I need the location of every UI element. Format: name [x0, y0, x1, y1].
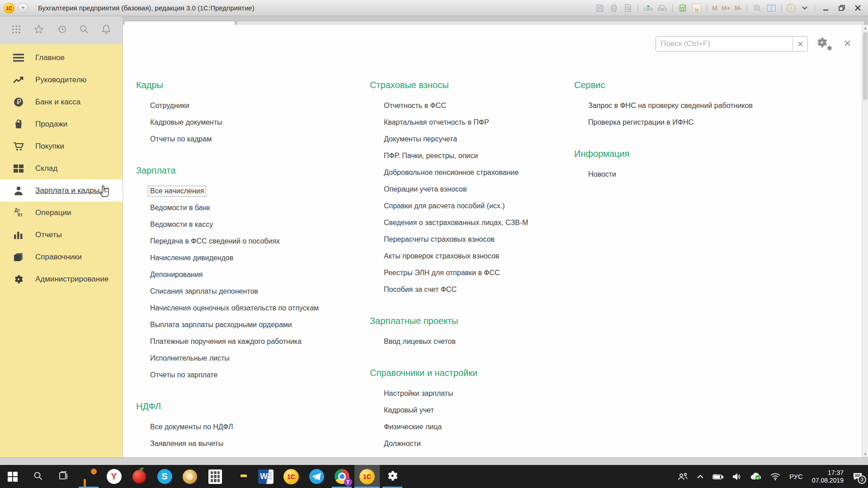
taskbar-search-button[interactable]: [25, 465, 51, 488]
1c-app[interactable]: 1С: [278, 465, 304, 488]
sidebar-item[interactable]: ДтКтОперации: [0, 202, 123, 224]
volume-icon[interactable]: [732, 473, 741, 480]
print-icon[interactable]: [609, 3, 619, 13]
taskbar-clock[interactable]: 17:37 07.08.2019: [812, 469, 844, 484]
horizontal-scrollbar[interactable]: [0, 457, 868, 465]
apps-grid-icon[interactable]: [12, 25, 21, 36]
section-link[interactable]: Документы персучета: [384, 135, 457, 143]
section-link[interactable]: Ведомости в банк: [150, 204, 210, 212]
skype-app[interactable]: S: [152, 465, 177, 488]
telegram-app[interactable]: [304, 465, 329, 488]
language-indicator[interactable]: РУС: [789, 473, 803, 480]
memory-m-plus-button[interactable]: M+: [722, 5, 731, 12]
section-link[interactable]: Добровольное пенсионное страхование: [384, 169, 519, 177]
notifications-bell-icon[interactable]: [102, 24, 111, 36]
section-link[interactable]: Ввод лицевых счетов: [384, 338, 456, 346]
sidebar-item[interactable]: Руководителю: [0, 69, 123, 91]
section-link[interactable]: Проверка регистрации в ИФНС: [588, 118, 693, 127]
section-link[interactable]: Операции учета взносов: [384, 185, 467, 193]
section-link[interactable]: Физические лица: [384, 423, 442, 431]
section-link[interactable]: Отчеты по кадрам: [150, 135, 212, 143]
sidebar-item[interactable]: Главное: [0, 47, 123, 69]
section-link[interactable]: Справки для расчета пособий (исх.): [384, 202, 505, 210]
open-link-icon[interactable]: [657, 3, 667, 13]
section-link[interactable]: Все начисления: [148, 186, 206, 196]
info-icon[interactable]: i: [787, 4, 796, 13]
open-tab[interactable]: [124, 21, 235, 25]
memory-m-minus-button[interactable]: M-: [735, 5, 742, 12]
add-link-icon[interactable]: [643, 3, 653, 13]
people-icon[interactable]: [678, 473, 688, 481]
yandex-browser-app[interactable]: Y: [101, 465, 127, 488]
clock-app[interactable]: [177, 465, 203, 488]
calculator-app[interactable]: [203, 465, 228, 488]
split-window-icon[interactable]: [766, 3, 776, 13]
word-app[interactable]: W: [253, 465, 278, 488]
print-preview-icon[interactable]: [623, 3, 633, 13]
start-button[interactable]: [0, 465, 25, 488]
global-search-icon[interactable]: [80, 25, 89, 36]
1c-app-2[interactable]: 1С: [354, 465, 380, 488]
section-link[interactable]: Все документы по НДФЛ: [150, 423, 233, 431]
section-link[interactable]: Сотрудники: [150, 102, 189, 110]
section-link[interactable]: Запрос в ФНС на проверку сведений работн…: [588, 102, 753, 110]
calculator-icon[interactable]: [678, 3, 688, 13]
chevron-down-icon[interactable]: [800, 3, 810, 13]
calendar-icon[interactable]: 31: [692, 3, 702, 13]
scroll-down-icon[interactable]: ▼: [862, 451, 868, 457]
minimize-button[interactable]: [820, 3, 832, 13]
section-link[interactable]: Настройки зарплаты: [384, 389, 453, 398]
sidebar-item[interactable]: Покупки: [0, 135, 123, 157]
vertical-scrollbar[interactable]: ▲ ▼: [862, 25, 868, 457]
sidebar-item[interactable]: Справочники: [0, 246, 123, 268]
section-link[interactable]: Заявления на вычеты: [150, 440, 223, 448]
history-icon[interactable]: [57, 24, 67, 36]
section-link[interactable]: Кадровый учет: [384, 406, 434, 414]
section-link[interactable]: Кадровые документы: [150, 118, 222, 127]
wifi-icon[interactable]: [770, 473, 780, 480]
sidebar-item[interactable]: Зарплата и кадры: [0, 179, 123, 202]
save-icon[interactable]: [595, 3, 605, 13]
section-link[interactable]: Депонирования: [150, 271, 203, 279]
section-link[interactable]: Акты проверок страховых взносов: [384, 252, 499, 260]
sidebar-item[interactable]: Склад: [0, 157, 123, 179]
cloud-sync-icon[interactable]: [750, 473, 761, 480]
section-link[interactable]: ПФР. Пачки, реестры, описи: [384, 152, 478, 160]
memory-m-button[interactable]: M: [712, 5, 717, 12]
settings-app[interactable]: [380, 465, 405, 488]
sidebar-item[interactable]: Продажи: [0, 113, 123, 135]
scrollbar-thumb[interactable]: [863, 32, 868, 100]
section-link[interactable]: Новости: [588, 170, 616, 178]
apple-app[interactable]: [127, 465, 152, 488]
section-link[interactable]: Выплата зарплаты расходными ордерами: [150, 321, 292, 329]
section-link[interactable]: Исполнительные листы: [150, 354, 230, 362]
notification-center-icon[interactable]: 3: [853, 472, 863, 481]
section-link[interactable]: Должности: [384, 440, 421, 448]
sidebar-item[interactable]: Администрирование: [0, 268, 123, 290]
section-link[interactable]: Пособия за счет ФСС: [384, 286, 457, 294]
section-link[interactable]: Списания зарплаты депонентов: [150, 287, 258, 296]
section-link[interactable]: Отчеты по зарплате: [150, 371, 217, 379]
restore-button[interactable]: [836, 3, 848, 13]
section-link[interactable]: Передача в ФСС сведений о пособиях: [150, 237, 280, 245]
section-link[interactable]: Реестры ЭЛН для отправки в ФСС: [384, 269, 500, 277]
section-link[interactable]: Платежные поручения на каждого работника: [150, 338, 302, 346]
task-view-button[interactable]: [51, 465, 76, 488]
battery-icon[interactable]: [712, 474, 723, 480]
section-link[interactable]: Отчетность в ФСС: [384, 102, 446, 110]
scroll-up-icon[interactable]: ▲: [862, 25, 868, 31]
main-menu-dropdown[interactable]: [18, 3, 28, 13]
sidebar-item[interactable]: Отчеты: [0, 224, 123, 246]
sidebar-item[interactable]: Банк и касса: [0, 91, 123, 113]
section-link[interactable]: Начисления оценочных обязательств по отп…: [150, 304, 319, 312]
tray-expand-chevron-icon[interactable]: [697, 474, 703, 479]
section-link[interactable]: Квартальная отчетность в ПФР: [384, 118, 489, 127]
file-explorer-app[interactable]: [228, 465, 253, 488]
close-window-button[interactable]: [852, 3, 863, 13]
zoom-icon[interactable]: [752, 3, 762, 13]
section-link[interactable]: Начисление дивидендов: [150, 254, 233, 262]
section-link[interactable]: Ведомости в кассу: [150, 221, 213, 229]
chrome-app[interactable]: T: [329, 465, 354, 488]
section-link[interactable]: Перерасчеты страховых взносов: [384, 235, 495, 244]
favorites-star-icon[interactable]: [34, 24, 44, 36]
